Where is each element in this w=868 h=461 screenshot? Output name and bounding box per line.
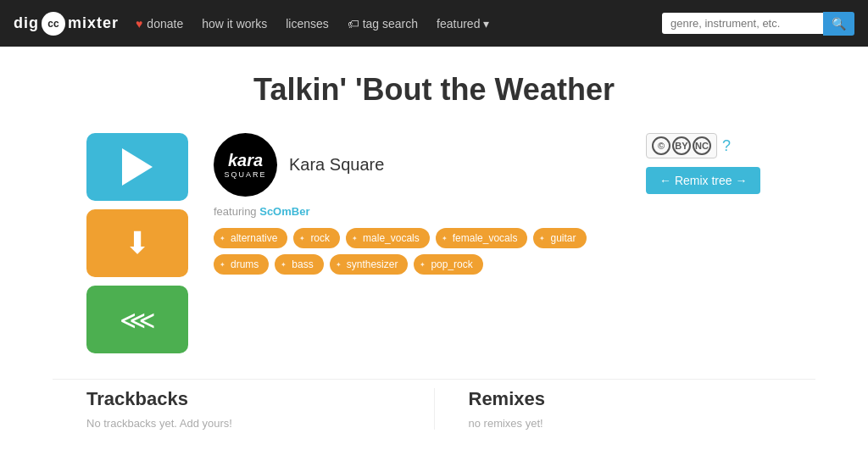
tag-item[interactable]: female_vocals	[436, 228, 528, 248]
search-button[interactable]: 🔍	[823, 12, 854, 36]
tag-item[interactable]: pop_rock	[414, 254, 482, 275]
tag-item[interactable]: bass	[275, 254, 323, 275]
license-section: © BY NC ? ← Remix tree →	[646, 133, 782, 194]
artist-name[interactable]: Kara Square	[289, 155, 384, 175]
tag-search-link[interactable]: 🏷 tag search	[348, 17, 418, 31]
how-it-works-link[interactable]: how it works	[202, 17, 267, 31]
search-icon: 🔍	[832, 17, 846, 31]
tag-item[interactable]: synthesizer	[330, 254, 409, 275]
tags-container: alternativerockmale_vocalsfemale_vocalsg…	[214, 228, 620, 275]
navbar: dig cc mixter ♥ donate how it works lice…	[0, 0, 868, 47]
download-button[interactable]: ⬇	[86, 209, 188, 277]
trackbacks-section: Trackbacks No trackbacks yet. Add yours!	[86, 388, 434, 430]
kara-logo: kara SQUARE	[224, 152, 266, 179]
license-badges: © BY NC ?	[646, 133, 731, 158]
trackbacks-heading: Trackbacks	[86, 388, 400, 410]
remixes-heading: Remixes	[469, 388, 782, 410]
logo-dig: dig	[14, 14, 39, 32]
page-title: Talkin' 'Bout the Weather	[17, 72, 851, 108]
nav-links: ♥ donate how it works licenses 🏷 tag sea…	[136, 17, 645, 31]
donate-label: donate	[147, 17, 183, 31]
nc-icon: NC	[693, 136, 711, 155]
artist-row: kara SQUARE Kara Square	[214, 133, 620, 197]
search-input[interactable]	[662, 13, 823, 34]
tag-item[interactable]: guitar	[533, 228, 586, 248]
licenses-link[interactable]: licenses	[286, 17, 329, 31]
featuring-line: featuring ScOmBer	[214, 205, 620, 218]
featuring-artist-link[interactable]: ScOmBer	[259, 205, 309, 218]
by-icon: BY	[672, 136, 691, 155]
share-button[interactable]: ⋘	[86, 286, 188, 353]
share-icon: ⋘	[120, 305, 156, 335]
play-icon	[122, 148, 153, 186]
artist-avatar: kara SQUARE	[214, 133, 277, 197]
remixes-section: Remixes no remixes yet!	[434, 388, 782, 430]
trackbacks-note: No trackbacks yet. Add yours!	[86, 417, 400, 430]
license-help-icon[interactable]: ?	[722, 137, 731, 155]
donate-link[interactable]: ♥ donate	[136, 17, 183, 31]
tag-item[interactable]: rock	[293, 228, 340, 248]
tag-item[interactable]: drums	[214, 254, 269, 275]
remix-tree-button[interactable]: ← Remix tree →	[646, 167, 760, 194]
logo[interactable]: dig cc mixter	[14, 12, 119, 36]
cc-license-badge[interactable]: © BY NC	[646, 133, 717, 158]
bottom-section: Trackbacks No trackbacks yet. Add yours!…	[53, 379, 815, 447]
action-buttons: ⬇ ⋘	[86, 133, 188, 353]
play-button[interactable]	[86, 133, 188, 201]
remixes-note: no remixes yet!	[469, 417, 782, 430]
tag-item[interactable]: alternative	[214, 228, 287, 248]
featuring-prefix: featuring	[214, 205, 257, 218]
featured-link[interactable]: featured ▾	[437, 17, 489, 31]
tag-item[interactable]: male_vocals	[346, 228, 430, 248]
logo-cc-icon: cc	[42, 12, 65, 36]
content-area: ⬇ ⋘ kara SQUARE Kara Square featuring Sc…	[53, 125, 815, 379]
chevron-down-icon: ▾	[483, 17, 489, 31]
heart-icon: ♥	[136, 17, 142, 31]
artist-info: kara SQUARE Kara Square featuring ScOmBe…	[214, 133, 620, 275]
download-icon: ⬇	[125, 225, 150, 261]
tag-icon: 🏷	[348, 17, 363, 31]
logo-mixter: mixter	[68, 14, 119, 32]
page-title-section: Talkin' 'Bout the Weather	[0, 47, 868, 125]
search-bar: 🔍	[662, 12, 854, 36]
cc-icon: ©	[652, 136, 670, 155]
